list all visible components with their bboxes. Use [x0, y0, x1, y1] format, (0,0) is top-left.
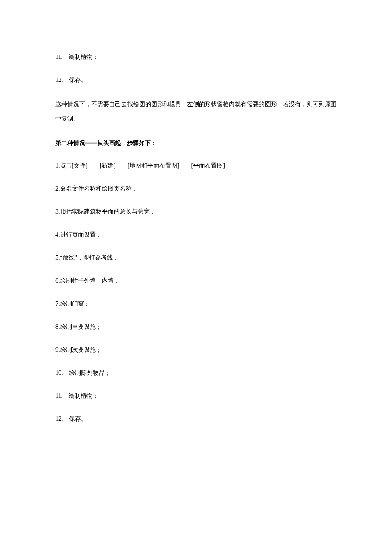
step-number: 10.: [55, 370, 69, 376]
paragraph: 这种情况下，不需要自己去找绘图的图形和模具，左侧的形状窗格内就有需要的图形，若没…: [55, 97, 337, 126]
step-number: 3.: [55, 208, 60, 215]
step-text: “放线”，即打参考线；: [60, 254, 119, 261]
step-item: 11. 绘制植物；: [55, 390, 337, 402]
step-text: 绘制陈列物品；: [69, 370, 111, 376]
step-item: 8.绘制重要设施；: [55, 321, 337, 333]
step-number: 7.: [55, 301, 60, 307]
step-item: 4.进行页面设置；: [55, 229, 337, 241]
step-text: 绘制次要设施；: [60, 347, 102, 353]
step-item: 12. 保存。: [55, 413, 337, 425]
step-text: 预估实际建筑物平面的总长与总宽；: [60, 208, 156, 215]
step-item: 7.绘制门窗；: [55, 298, 337, 310]
step-item: 5.“放线”，即打参考线；: [55, 252, 337, 264]
step-number: 2.: [55, 185, 60, 192]
step-text: 绘制门窗；: [60, 301, 90, 307]
step-number: 11.: [55, 393, 69, 399]
step-text: 绘制重要设施；: [60, 324, 102, 330]
step-item: 3.预估实际建筑物平面的总长与总宽；: [55, 206, 337, 218]
step-item: 10. 绘制陈列物品；: [55, 367, 337, 379]
step-number: 6.: [55, 278, 60, 284]
step-item: 9.绘制次要设施；: [55, 344, 337, 356]
document-page: 11. 绘制植物； 12. 保存。 这种情况下，不需要自己去找绘图的图形和模具，…: [0, 0, 392, 479]
list-text: 绘制植物；: [69, 54, 98, 60]
step-number: 8.: [55, 324, 60, 330]
step-number: 12.: [55, 416, 69, 422]
step-text: 进行页面设置；: [60, 231, 102, 238]
step-text: 命名文件名称和绘图页名称；: [60, 185, 138, 192]
step-item: 2.命名文件名称和绘图页名称；: [55, 183, 337, 195]
step-number: 1.: [55, 162, 60, 169]
list-number: 11.: [55, 54, 69, 60]
list-number: 12.: [55, 77, 69, 83]
step-text: 绘制植物；: [69, 393, 98, 399]
top-list-item: 11. 绘制植物；: [55, 51, 337, 63]
top-list-item: 12. 保存。: [55, 74, 337, 86]
heading-text: 第二种情况——从头画起，步骤如下：: [55, 139, 157, 146]
section-heading: 第二种情况——从头画起，步骤如下：: [55, 137, 337, 149]
step-item: 6.绘制柱子外墙—内墙；: [55, 275, 337, 287]
step-item: 1.点击[文件]——[新建]——[地图和平面布置图]——[平面布置图]；: [55, 160, 337, 172]
step-number: 4.: [55, 231, 60, 238]
step-number: 5.: [55, 254, 60, 261]
step-text: 点击[文件]——[新建]——[地图和平面布置图]——[平面布置图]；: [60, 162, 231, 169]
step-text: 绘制柱子外墙—内墙；: [60, 278, 120, 284]
step-text: 保存。: [69, 416, 87, 422]
list-text: 保存。: [69, 77, 87, 83]
paragraph-text: 这种情况下，不需要自己去找绘图的图形和模具，左侧的形状窗格内就有需要的图形，若没…: [55, 101, 337, 122]
step-number: 9.: [55, 347, 60, 353]
